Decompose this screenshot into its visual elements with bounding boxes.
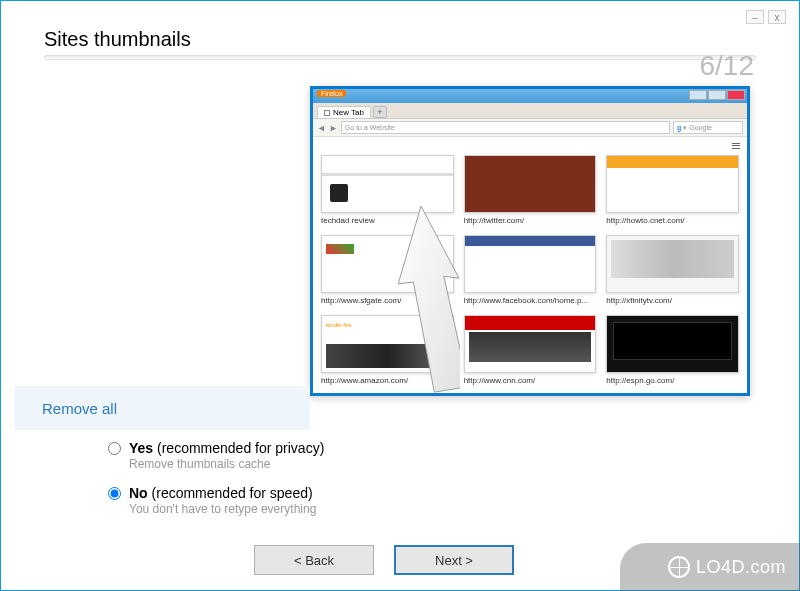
watermark-text: LO4D.com [696, 557, 786, 578]
options-group: Yes (recommended for privacy) Remove thu… [108, 440, 324, 530]
hamburger-icon [731, 141, 741, 151]
next-button[interactable]: Next > [394, 545, 514, 575]
option-yes[interactable]: Yes (recommended for privacy) Remove thu… [108, 440, 324, 471]
url-bar: Go to a Website [341, 121, 670, 134]
preview-body: techdad review http://twitter.com/ http:… [313, 137, 747, 393]
preview-titlebar: Firefox [313, 89, 747, 103]
minimize-button[interactable]: – [746, 10, 764, 24]
remove-all-bar: Remove all [14, 386, 310, 430]
site-thumbnail: http://www.facebook.com/home.p... [464, 235, 597, 305]
site-thumbnail: http://www.sfgate.com/ [321, 235, 454, 305]
site-thumbnail: http://xfinitytv.com/ [606, 235, 739, 305]
option-no-label: No (recommended for speed) [129, 485, 313, 501]
radio-yes[interactable] [108, 442, 121, 455]
preview-max-icon [708, 90, 726, 100]
site-thumbnail: http://howto.cnet.com/ [606, 155, 739, 225]
browser-preview: Firefox New Tab + ◄ ► Go to a Website g … [310, 86, 750, 396]
preview-toolbar: ◄ ► Go to a Website g ▾ Google [313, 119, 747, 137]
new-tab-icon: + [373, 106, 387, 118]
option-no-sub: You don't have to retype everything [129, 502, 324, 516]
option-yes-sub: Remove thumbnails cache [129, 457, 324, 471]
preview-tabstrip: New Tab + [313, 103, 747, 119]
preview-tab: New Tab [317, 106, 371, 118]
option-yes-label: Yes (recommended for privacy) [129, 440, 324, 456]
globe-icon [668, 556, 690, 578]
site-thumbnail: http://twitter.com/ [464, 155, 597, 225]
window-controls: – x [746, 10, 786, 24]
site-thumbnail: http://espn.go.com/ [606, 315, 739, 385]
preview-close-icon [727, 90, 745, 100]
search-bar: g ▾ Google [673, 121, 743, 134]
preview-min-icon [689, 90, 707, 100]
watermark: LO4D.com [620, 543, 800, 591]
back-nav-icon: ◄ [317, 123, 326, 133]
forward-nav-icon: ► [329, 123, 338, 133]
option-no[interactable]: No (recommended for speed) You don't hav… [108, 485, 324, 516]
step-counter: 6/12 [700, 50, 755, 82]
site-thumbnail: http://www.amazon.com/ [321, 315, 454, 385]
google-icon: g [677, 124, 681, 131]
thumbnail-grid: techdad review http://twitter.com/ http:… [321, 155, 739, 385]
firefox-label: Firefox [317, 90, 346, 97]
url-placeholder: Go to a Website [345, 124, 395, 131]
remove-all-link[interactable]: Remove all [42, 400, 117, 417]
radio-no[interactable] [108, 487, 121, 500]
site-thumbnail: techdad review [321, 155, 454, 225]
preview-window-controls [689, 90, 745, 100]
site-thumbnail: http://www.cnn.com/ [464, 315, 597, 385]
search-placeholder: Google [689, 124, 712, 131]
wizard-buttons: < Back Next > [254, 545, 514, 575]
back-button[interactable]: < Back [254, 545, 374, 575]
preview-tab-label: New Tab [333, 108, 364, 117]
page-icon [324, 110, 330, 116]
close-button[interactable]: x [768, 10, 786, 24]
